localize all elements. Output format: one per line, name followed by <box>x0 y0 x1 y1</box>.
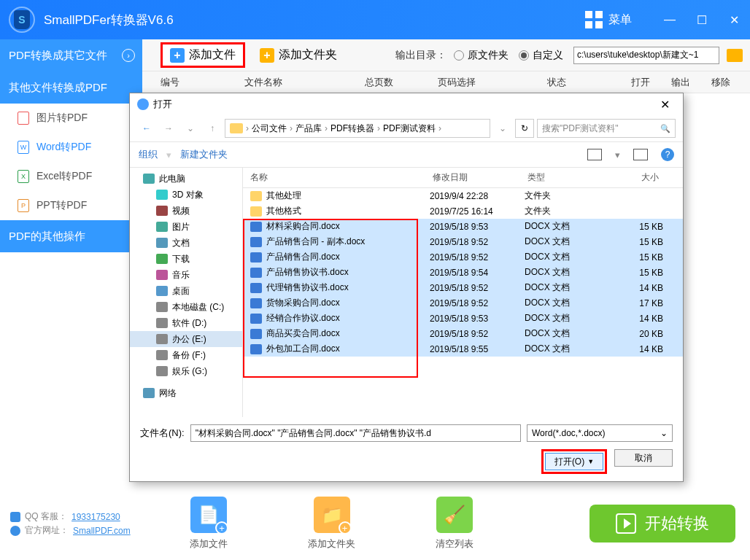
tree-disk-c[interactable]: 本地磁盘 (C:) <box>130 299 242 315</box>
col-id: 编号 <box>161 76 244 89</box>
col-size[interactable]: 大小 <box>608 171 666 184</box>
tree-disk-e[interactable]: 办公 (E:) <box>130 331 242 347</box>
tree-disk-d[interactable]: 软件 (D:) <box>130 315 242 331</box>
file-name: 其他处理 <box>266 190 430 202</box>
tree-downloads[interactable]: 下载 <box>130 251 242 267</box>
col-name[interactable]: 名称 <box>243 171 425 184</box>
tree-documents[interactable]: 文档 <box>130 235 242 251</box>
browse-folder-icon[interactable] <box>727 49 743 62</box>
open-button[interactable]: 打开(O) ▼ <box>545 453 603 470</box>
nav-dropdown-icon[interactable]: ⌄ <box>181 119 200 138</box>
breadcrumb-item[interactable]: 产品库 <box>295 122 322 135</box>
breadcrumb-item[interactable]: 公司文件 <box>252 122 287 135</box>
file-size: 15 KB <box>612 222 670 232</box>
tree-music[interactable]: 音乐 <box>130 267 242 283</box>
col-status: 状态 <box>547 76 631 89</box>
file-list-header: 名称 修改日期 类型 大小 <box>243 168 683 188</box>
title-bar: S SmallPDFer转换器V6.6 菜单 — ☐ ✕ <box>0 0 750 39</box>
open-button-highlight: 打开(O) ▼ <box>541 449 607 474</box>
sidebar-cat-pdf-to-other[interactable]: PDF转换成其它文件› <box>0 39 142 71</box>
menu-label: 菜单 <box>608 12 632 28</box>
file-row[interactable]: 货物采购合同.docx2019/5/18 9:52DOCX 文档17 KB <box>243 295 683 311</box>
tree-this-pc[interactable]: 此电脑 <box>130 171 242 187</box>
file-row[interactable]: 经销合作协议.docx2019/5/18 9:53DOCX 文档14 KB <box>243 311 683 326</box>
minimize-button[interactable]: — <box>654 0 686 39</box>
help-icon[interactable]: ? <box>661 148 674 161</box>
sidebar-item-excel-to-pdf[interactable]: XExcel转PDF <box>0 162 142 191</box>
file-size: 14 KB <box>612 314 670 324</box>
nav-forward-icon[interactable]: → <box>159 119 178 138</box>
file-row[interactable]: 商品买卖合同.docx2019/5/18 9:52DOCX 文档20 KB <box>243 326 683 341</box>
big-add-file-button[interactable]: 📄+ 添加文件 <box>190 497 228 551</box>
maximize-button[interactable]: ☐ <box>686 0 718 39</box>
qq-link[interactable]: 1933175230 <box>71 512 120 522</box>
add-file-button[interactable]: + 添加文件 <box>161 42 245 68</box>
col-date[interactable]: 修改日期 <box>425 171 520 184</box>
big-add-folder-button[interactable]: 📁+ 添加文件夹 <box>308 497 355 551</box>
col-type[interactable]: 类型 <box>520 171 608 184</box>
breadcrumb-dropdown-icon[interactable]: ⌄ <box>493 119 512 138</box>
file-size: 15 KB <box>612 268 670 278</box>
dialog-titlebar: 打开 ✕ <box>130 93 683 115</box>
file-type: DOCX 文档 <box>525 220 612 233</box>
tree-videos[interactable]: 视频 <box>130 203 242 219</box>
breadcrumb-item[interactable]: PDF测试资料 <box>383 122 436 135</box>
dialog-close-button[interactable]: ✕ <box>654 98 676 112</box>
sidebar-cat-pdf-other-ops[interactable]: PDF的其他操作 <box>0 220 142 252</box>
add-folder-button[interactable]: + 添加文件夹 <box>252 44 344 66</box>
breadcrumb[interactable]: › 公司文件› 产品库› PDF转换器› PDF测试资料› <box>225 119 490 138</box>
plus-icon: + <box>260 48 274 63</box>
file-row[interactable]: 产品销售协议书.docx2019/5/18 9:54DOCX 文档15 KB <box>243 265 683 280</box>
refresh-button[interactable]: ↻ <box>515 119 534 138</box>
view-options-icon[interactable] <box>587 149 602 160</box>
filename-input[interactable] <box>190 424 521 442</box>
file-row[interactable]: 代理销售协议书.docx2019/5/18 9:52DOCX 文档14 KB <box>243 280 683 295</box>
file-row[interactable]: 材料采购合同.docx2019/5/18 9:53DOCX 文档15 KB <box>243 219 683 234</box>
big-clear-list-button[interactable]: 🧹 清空列表 <box>436 497 473 551</box>
sidebar-item-image-to-pdf[interactable]: 图片转PDF <box>0 104 142 133</box>
tree-disk-g[interactable]: 娱乐 (G:) <box>130 363 242 379</box>
file-row[interactable]: 产品销售合同 - 副本.docx2019/5/18 9:52DOCX 文档15 … <box>243 234 683 249</box>
sidebar-item-word-to-pdf[interactable]: WWord转PDF <box>0 133 142 162</box>
file-row[interactable]: 其他格式2019/7/25 16:14文件夹 <box>243 203 683 219</box>
menu-button[interactable]: 菜单 <box>585 11 632 28</box>
file-row[interactable]: 外包加工合同.docx2019/5/18 9:55DOCX 文档14 KB <box>243 341 683 357</box>
sidebar-cat-other-to-pdf[interactable]: 其他文件转换成PDF <box>0 71 142 104</box>
website-link[interactable]: SmallPDF.com <box>73 526 131 536</box>
file-size: 20 KB <box>612 329 670 339</box>
file-filter-dropdown[interactable]: Word(*.doc,*.docx) <box>527 424 673 442</box>
search-input[interactable]: 搜索"PDF测试资料" <box>537 119 676 138</box>
ie-icon <box>10 526 20 536</box>
sidebar: PDF转换成其它文件› 其他文件转换成PDF 图片转PDF WWord转PDF … <box>0 39 142 252</box>
app-title: SmallPDFer转换器V6.6 <box>44 12 174 28</box>
radio-custom[interactable]: 自定义 <box>519 49 563 62</box>
qq-icon <box>10 512 20 522</box>
sidebar-item-ppt-to-pdf[interactable]: PPPT转PDF <box>0 191 142 220</box>
file-row[interactable]: 其他处理2019/9/4 22:28文件夹 <box>243 188 683 203</box>
tree-desktop[interactable]: 桌面 <box>130 283 242 299</box>
dialog-footer: 文件名(N): Word(*.doc,*.docx) 打开(O) ▼ 取消 <box>130 417 683 481</box>
docx-icon <box>250 314 262 324</box>
start-convert-button[interactable]: 开始转换 <box>589 505 735 542</box>
nav-up-icon[interactable]: ↑ <box>203 119 222 138</box>
new-folder-button[interactable]: 新建文件夹 <box>180 148 228 161</box>
file-row[interactable]: 产品销售合同.docx2019/5/18 9:52DOCX 文档15 KB <box>243 249 683 265</box>
dialog-title: 打开 <box>153 98 172 111</box>
radio-original-folder[interactable]: 原文件夹 <box>454 49 509 62</box>
tree-3d-objects[interactable]: 3D 对象 <box>130 187 242 203</box>
tree-pictures[interactable]: 图片 <box>130 219 242 235</box>
nav-back-icon[interactable]: ← <box>137 119 156 138</box>
close-button[interactable]: ✕ <box>718 0 750 39</box>
add-folder-label: 添加文件夹 <box>279 47 337 63</box>
breadcrumb-item[interactable]: PDF转换器 <box>330 122 374 135</box>
tree-disk-f[interactable]: 备份 (F:) <box>130 347 242 363</box>
output-label: 输出目录： <box>395 49 446 62</box>
organize-button[interactable]: 组织 <box>139 148 158 161</box>
file-date: 2019/5/18 9:52 <box>430 329 525 339</box>
file-name: 经销合作协议.docx <box>266 312 430 324</box>
output-path-input[interactable] <box>573 47 719 64</box>
preview-pane-icon[interactable] <box>633 149 648 160</box>
file-date: 2019/5/18 9:55 <box>430 344 525 354</box>
cancel-button[interactable]: 取消 <box>614 449 673 467</box>
tree-network[interactable]: 网络 <box>130 385 242 401</box>
